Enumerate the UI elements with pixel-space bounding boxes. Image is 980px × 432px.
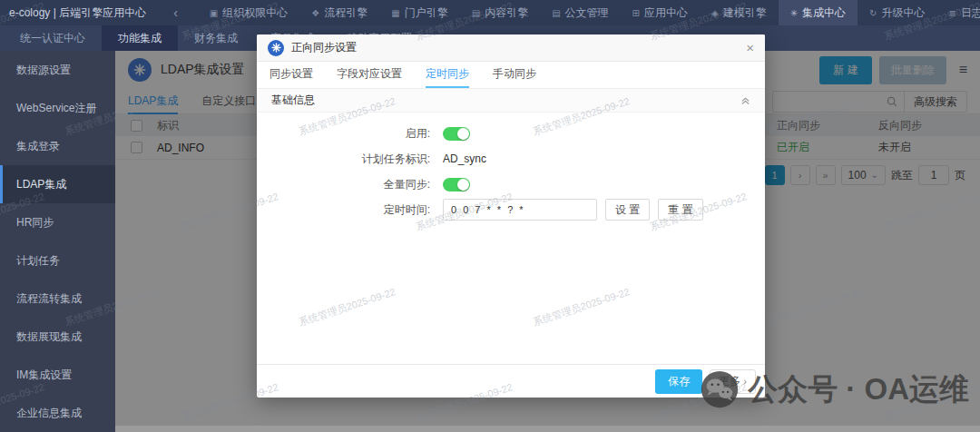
log-center-icon — [948, 8, 956, 18]
enable-row: 启用: — [257, 123, 765, 143]
topbar-item-integration-center[interactable]: 集成中心 — [779, 0, 858, 25]
task-id-value: AD_sync — [443, 152, 486, 165]
cron-row: 定时时间: 设 置 重 置 — [257, 200, 765, 220]
subnav-tab-label: 功能集成 — [118, 31, 162, 46]
sidebar-item-label: 集成登录 — [16, 139, 60, 154]
modal-footer: 保存 更多 › — [257, 364, 765, 398]
close-icon[interactable]: × — [746, 41, 754, 54]
topbar-item-label: 公文管理 — [565, 5, 609, 21]
sidebar-item-label: 计划任务 — [16, 253, 60, 269]
modal-tab-scheduled-sync[interactable]: 定时同步 — [426, 62, 469, 88]
full-sync-row: 全量同步: — [257, 174, 765, 194]
subnav-tab-label: 统一认证中心 — [20, 31, 85, 46]
workflow-engine-icon — [311, 8, 319, 18]
reset-button[interactable]: 重 置 — [658, 199, 702, 221]
topbar-item-workflow-engine[interactable]: 流程引擎 — [299, 0, 379, 25]
topbar-item-label: 流程引擎 — [324, 5, 368, 21]
topbar-item-doc-management[interactable]: 公文管理 — [540, 0, 620, 25]
sidebar-item-label: 数据展现集成 — [16, 329, 82, 345]
org-permission-icon — [210, 8, 218, 18]
topbar-item-app-center[interactable]: 应用中心 — [621, 0, 700, 25]
topbar-item-label: 升级中心 — [881, 5, 925, 21]
more-label: 更多 — [719, 374, 740, 389]
app-center-icon — [632, 8, 640, 18]
modal-body: 启用: 计划任务标识: AD_sync 全量同步: 定时时间: 设 置 重 置 — [257, 113, 765, 364]
save-button[interactable]: 保存 — [655, 369, 702, 394]
modal-title: 正向同步设置 — [291, 40, 357, 55]
enable-label: 启用: — [257, 126, 443, 142]
sidebar-item-integration-login[interactable]: 集成登录 — [0, 127, 115, 165]
sidebar-item-label: 数据源设置 — [16, 63, 71, 78]
sidebar-item-ldap-integration[interactable]: LDAP集成 — [0, 165, 115, 203]
subnav-tab-finance-integration[interactable]: 财务集成 — [178, 25, 254, 51]
sidebar-item-label: LDAP集成 — [16, 177, 66, 192]
sync-settings-icon — [268, 40, 284, 56]
subnav-tab-unified-auth[interactable]: 统一认证中心 — [4, 25, 102, 51]
sidebar-item-hr-sync[interactable]: HR同步 — [0, 203, 115, 241]
modal-tab-field-mapping[interactable]: 字段对应设置 — [337, 62, 402, 88]
subnav-tab-function-integration[interactable]: 功能集成 — [102, 25, 178, 51]
sidebar-item-label: HR同步 — [16, 215, 54, 231]
topbar-item-log-center[interactable]: 日志中心 — [936, 0, 980, 25]
enable-toggle[interactable] — [443, 127, 470, 141]
chevron-right-icon: › — [743, 376, 747, 387]
toggle-knob — [457, 179, 469, 191]
topbar-item-label: 组织权限中心 — [222, 5, 288, 21]
topbar-item-content-engine[interactable]: 内容引擎 — [460, 0, 540, 25]
sidebar-item-webservice-register[interactable]: WebService注册 — [0, 89, 115, 127]
sidebar-item-label: IM集成设置 — [16, 368, 72, 383]
portal-engine-icon — [391, 8, 399, 18]
modal-tab-manual-sync[interactable]: 手动同步 — [493, 62, 536, 88]
section-title: 基础信息 — [271, 93, 315, 108]
sidebar-item-datasource-settings[interactable]: 数据源设置 — [0, 51, 115, 89]
integration-center-icon — [790, 8, 798, 18]
sidebar-item-data-display-integration[interactable]: 数据展现集成 — [0, 318, 115, 356]
modal-tabs: 同步设置 字段对应设置 定时同步 手动同步 — [257, 62, 765, 89]
forward-sync-settings-modal: 正向同步设置 × 同步设置 字段对应设置 定时同步 手动同步 基础信息 启用: … — [257, 34, 765, 398]
sidebar-item-im-integration-settings[interactable]: IM集成设置 — [0, 356, 115, 394]
full-sync-label: 全量同步: — [257, 177, 443, 192]
topbar-item-label: 内容引擎 — [485, 5, 528, 21]
topbar-item-label: 门户引擎 — [405, 5, 448, 21]
topbar-item-label: 日志中心 — [961, 5, 980, 21]
modal-tab-sync-settings[interactable]: 同步设置 — [270, 62, 313, 88]
collapse-up-icon[interactable] — [740, 95, 750, 105]
sidebar-item-workflow-transfer-integration[interactable]: 流程流转集成 — [0, 280, 115, 318]
cron-label: 定时时间: — [257, 202, 443, 218]
modal-header: 正向同步设置 × — [257, 34, 765, 62]
topbar-item-portal-engine[interactable]: 门户引擎 — [379, 0, 459, 25]
task-id-row: 计划任务标识: AD_sync — [257, 149, 765, 169]
content-engine-icon — [472, 8, 480, 18]
topbar-item-label: 集成中心 — [802, 5, 846, 21]
task-id-label: 计划任务标识: — [257, 152, 443, 167]
app-brand: e-cology | 后端引擎应用中心 — [9, 5, 146, 21]
set-button[interactable]: 设 置 — [605, 199, 650, 221]
full-sync-toggle[interactable] — [443, 178, 470, 191]
topbar-item-modeling-engine[interactable]: 建模引擎 — [700, 0, 779, 25]
topbar-item-label: 应用中心 — [644, 5, 688, 21]
horizontal-scrollbar[interactable] — [115, 426, 980, 432]
collapse-back-icon[interactable]: ‹ — [173, 5, 178, 20]
topbar: e-cology | 后端引擎应用中心 ‹ 组织权限中心 流程引擎 门户引擎 内… — [0, 0, 980, 25]
topbar-menu: 组织权限中心 流程引擎 门户引擎 内容引擎 公文管理 应用中心 建模引擎 集成 — [198, 0, 980, 25]
sidebar-item-label: 企业信息集成 — [16, 406, 82, 421]
basic-info-section-header[interactable]: 基础信息 — [257, 89, 765, 113]
sidebar-item-label: WebService注册 — [16, 101, 96, 116]
subnav-tab-label: 财务集成 — [194, 31, 238, 46]
doc-management-icon — [552, 8, 560, 18]
sidebar-item-scheduled-tasks[interactable]: 计划任务 — [0, 241, 115, 280]
sidebar-item-enterprise-info-integration[interactable]: 企业信息集成 — [0, 394, 115, 432]
sidebar: 数据源设置 WebService注册 集成登录 LDAP集成 HR同步 计划任务… — [0, 51, 115, 432]
sidebar-item-label: 流程流转集成 — [16, 291, 82, 307]
more-button[interactable]: 更多 › — [710, 369, 756, 394]
toggle-knob — [457, 128, 469, 140]
cron-expression-input[interactable] — [443, 199, 597, 221]
topbar-item-label: 建模引擎 — [723, 5, 767, 21]
topbar-item-upgrade-center[interactable]: 升级中心 — [858, 0, 936, 25]
modeling-engine-icon — [711, 8, 719, 18]
topbar-item-org-permission[interactable]: 组织权限中心 — [198, 0, 299, 25]
upgrade-center-icon — [869, 8, 877, 18]
